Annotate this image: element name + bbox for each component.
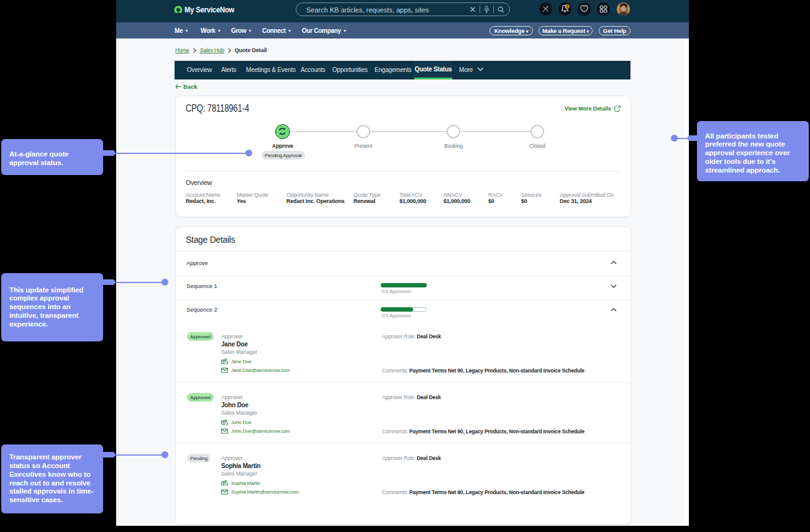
svg-text:3: 3 [566,4,568,9]
